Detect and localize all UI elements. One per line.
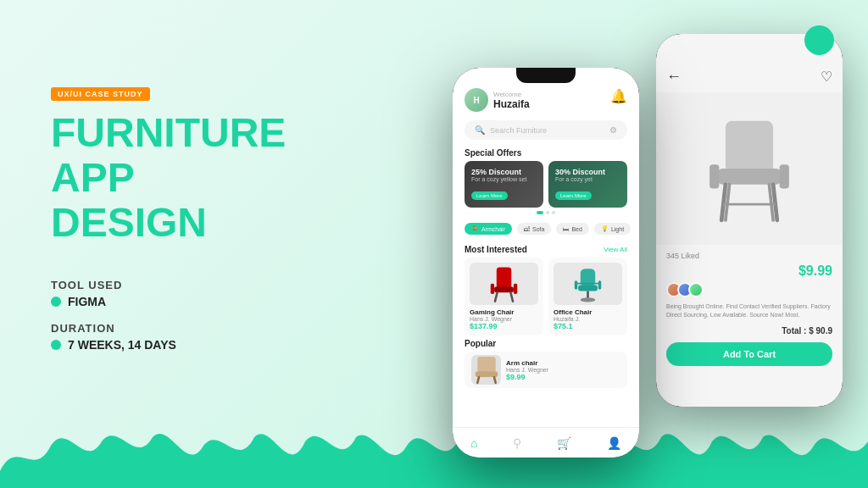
product-card-office-chair[interactable]: Office Chair Huzaifa J. $75.1 [548,258,627,336]
grass-decoration [0,420,868,488]
user-info: H Welcome Huzaifa [465,88,530,112]
main-title: FURNITURE APP DESIGN [51,111,373,245]
bed-label: Bed [571,226,581,232]
popular-section: Popular Arm chair Hans J. Wegner $9. [453,336,639,388]
phone-back: ← ♡ [656,34,843,407]
phone-front: H Welcome Huzaifa 🔔 🔍 Search Furniture ⚙… [453,68,639,458]
duration-value: 7 WEEKS, 14 DAYS [51,338,373,352]
offer-1-title: 25% Discount [471,168,537,176]
product-card-gaming-chair[interactable]: Gaming Chair Hans J. Wegner $137.99 [465,258,543,336]
search-bar[interactable]: 🔍 Search Furniture ⚙ [465,120,627,140]
chair-illustration [698,105,800,232]
bell-icon[interactable]: 🔔 [610,88,627,104]
svg-line-12 [510,292,513,302]
office-chair-price: $75.1 [554,322,622,330]
cat-tab-light[interactable]: 💡 Light [594,223,631,235]
light-icon: 💡 [601,225,609,232]
filter-icon[interactable]: ⚙ [609,125,617,135]
search-icon: 🔍 [475,125,485,135]
back-arrow-icon[interactable]: ← [666,68,682,86]
gaming-chair-price: $137.99 [470,322,538,330]
office-chair-image [554,263,622,305]
light-label: Light [611,226,624,232]
cat-tab-bed[interactable]: 🛏 Bed [556,223,588,235]
special-offers-header: Special Offers [453,143,639,161]
product-detail-screen: ← ♡ [656,34,843,407]
svg-rect-9 [497,267,512,288]
duration-dot [51,340,61,350]
app-home-screen: H Welcome Huzaifa 🔔 🔍 Search Furniture ⚙… [453,68,639,458]
bed-icon: 🛏 [563,226,569,232]
offer-card-2[interactable]: 30% Discount For a cozy yet Learn More [548,161,627,208]
svg-rect-8 [780,164,789,188]
category-tabs: 🪑 Armchair 🛋 Sofa 🛏 Bed 💡 Light [453,218,639,240]
gaming-chair-image [470,263,538,305]
avatar-group [666,282,832,297]
svg-rect-0 [726,121,773,177]
office-chair-name: Office Chair [554,308,622,316]
user-name: Huzaifa [493,98,530,110]
offer-2-btn[interactable]: Learn More [555,191,592,200]
svg-rect-16 [578,285,598,291]
armchair-label: Armchair [481,226,505,232]
svg-line-11 [495,292,498,302]
svg-rect-22 [477,357,495,373]
badge: UX/UI CASE STUDY [51,87,150,101]
products-grid: Gaming Chair Hans J. Wegner $137.99 [453,258,639,336]
svg-rect-21 [598,280,602,290]
tool-name: FIGMA [68,295,106,308]
popular-item[interactable]: Arm chair Hans J. Wegner $9.99 [465,352,627,388]
armchair-icon: 🪑 [471,225,479,232]
phones-container: ← ♡ [419,17,843,474]
popular-item-price: $9.99 [506,373,548,381]
svg-rect-14 [514,283,517,293]
product-info: 345 Liked $9.99 Being Brought Online. Fi… [656,245,843,373]
svg-rect-1 [718,169,782,185]
office-chair-brand: Huzaifa J. [554,316,622,322]
most-interested-title: Most Interested [465,245,527,254]
most-interested-view-all[interactable]: View All [604,246,627,253]
special-offers-title: Special Offers [465,148,521,158]
user-text: Welcome Huzaifa [493,91,530,110]
sofa-icon: 🛋 [524,226,530,232]
popular-item-name: Arm chair [506,359,548,367]
duration-label: DURATION [51,322,373,335]
add-to-cart-button[interactable]: Add To Cart [666,342,832,366]
gaming-chair-brand: Hans J. Wegner [470,316,538,322]
most-interested-header: Most Interested View All [453,240,639,258]
mini-avatar-3 [688,282,704,297]
cat-tab-sofa[interactable]: 🛋 Sofa [517,223,551,235]
dot-3 [552,211,555,214]
svg-line-25 [494,377,496,383]
popular-item-brand: Hans J. Wegner [506,367,548,373]
bottom-nav: ⌂ ⚲ 🛒 👤 [453,427,639,458]
product-price-row: $9.99 [666,263,832,279]
svg-rect-7 [709,164,719,188]
profile-nav-icon[interactable]: 👤 [607,436,621,450]
tool-label: TOOL USED [51,279,373,291]
sofa-label: Sofa [532,226,544,232]
home-nav-icon[interactable]: ⌂ [470,436,477,450]
user-avatar: H [465,88,488,112]
left-panel: UX/UI CASE STUDY FURNITURE APP DESIGN TO… [51,85,373,365]
title-line2: DESIGN [51,201,373,246]
duration-section: DURATION 7 WEEKS, 14 DAYS [51,322,373,352]
tool-dot [51,297,61,307]
phone-notch [516,68,576,83]
duration-text: 7 WEEKS, 14 DAYS [68,338,176,352]
heart-icon[interactable]: ♡ [821,69,832,85]
search-nav-icon[interactable]: ⚲ [513,436,521,450]
offer-card-1[interactable]: 25% Discount For a cozy yellow set Learn… [465,161,543,208]
popular-item-info: Arm chair Hans J. Wegner $9.99 [506,359,548,381]
title-line1: FURNITURE APP [51,111,373,201]
app-header: H Welcome Huzaifa 🔔 [453,83,639,117]
offer-1-btn[interactable]: Learn More [471,191,508,200]
cat-tab-armchair[interactable]: 🪑 Armchair [465,223,512,235]
search-placeholder: Search Furniture [490,126,547,135]
dot-1 [537,211,543,214]
popular-item-image [471,355,501,385]
total-row: Total : $ 90.9 [666,326,832,336]
svg-rect-20 [575,280,578,290]
cart-nav-icon[interactable]: 🛒 [557,436,571,450]
green-dot-decoration [804,25,834,55]
